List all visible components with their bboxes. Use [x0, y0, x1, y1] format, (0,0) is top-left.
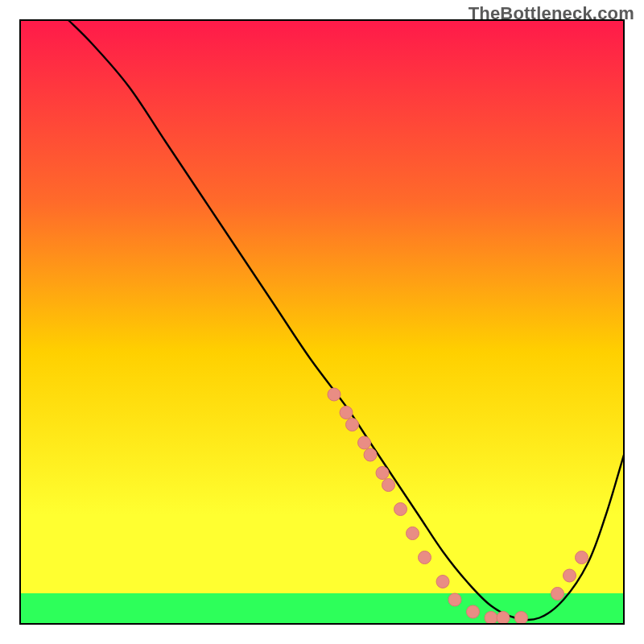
data-dot: [485, 612, 497, 625]
data-dot: [382, 479, 395, 492]
data-dot: [346, 419, 359, 431]
data-dot: [448, 593, 461, 606]
data-dot: [564, 569, 576, 582]
data-dot: [364, 448, 377, 461]
data-dot: [394, 503, 407, 516]
gradient-background: [20, 20, 624, 624]
data-dot: [576, 551, 588, 564]
data-dot: [419, 551, 431, 564]
data-dot: [340, 407, 353, 419]
data-dot: [515, 612, 528, 625]
chart-container: TheBottleneck.com: [0, 0, 644, 644]
bottleneck-plot: [0, 0, 644, 644]
data-dot: [551, 588, 564, 601]
data-dot: [358, 436, 371, 449]
data-dot: [376, 467, 389, 480]
data-dot: [497, 612, 510, 625]
data-dot: [407, 527, 419, 540]
data-dot: [467, 605, 480, 618]
data-dot: [436, 576, 449, 588]
watermark-text: TheBottleneck.com: [469, 3, 634, 24]
data-dot: [328, 388, 341, 401]
